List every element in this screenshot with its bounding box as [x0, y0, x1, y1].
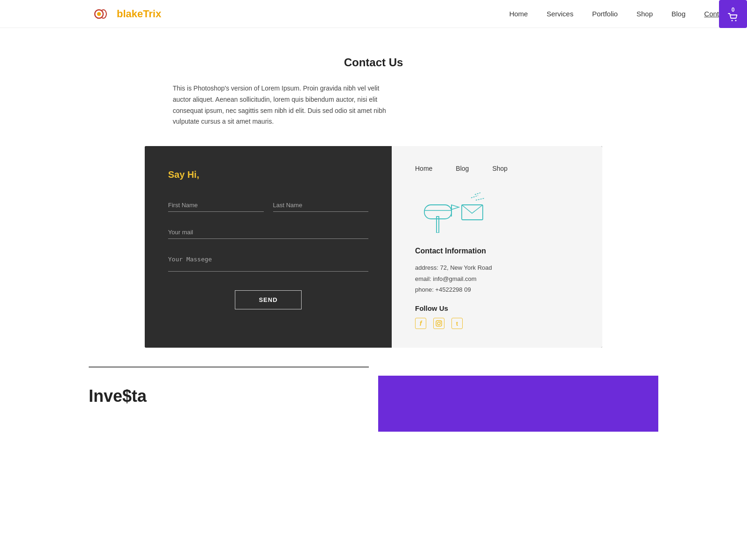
nav-services[interactable]: Services [547, 10, 574, 18]
info-nav-shop[interactable]: Shop [492, 165, 507, 172]
logo-area: blakeTrix [93, 5, 161, 23]
main-content: Contact Us This is Photoshop's version o… [163, 28, 584, 146]
main-nav: Home Services Portfolio Shop Blog Contac… [509, 10, 728, 18]
mailbox-svg [415, 191, 490, 233]
message-group [168, 253, 368, 272]
last-name-input[interactable] [273, 199, 369, 212]
header: blakeTrix Home Services Portfolio Shop B… [0, 0, 747, 28]
nav-blog[interactable]: Blog [671, 10, 685, 18]
info-nav-blog[interactable]: Blog [456, 165, 469, 172]
svg-point-14 [437, 322, 440, 325]
svg-line-11 [476, 198, 484, 200]
follow-us-title: Follow Us [415, 304, 579, 312]
svg-line-10 [471, 196, 478, 198]
bottom-left: Inve$ta [89, 366, 369, 432]
last-name-group [273, 199, 369, 212]
bottom-right [378, 376, 658, 432]
email-group [168, 226, 368, 239]
cart-count: 0 [732, 7, 735, 13]
intro-text: This is Photoshop's version of Lorem Ips… [173, 83, 388, 127]
twitter-icon[interactable]: t [451, 318, 463, 329]
nav-home[interactable]: Home [509, 10, 528, 18]
email-text: email: info@gmail.com [415, 273, 579, 284]
name-row [168, 199, 368, 212]
instagram-icon[interactable] [433, 318, 444, 329]
first-name-input[interactable] [168, 199, 264, 212]
contact-info: address: 72, New York Road email: info@g… [415, 262, 579, 295]
mail-illustration [415, 191, 579, 233]
svg-point-3 [735, 20, 737, 21]
cart-icon [728, 13, 738, 21]
social-icons: f t [415, 318, 579, 329]
svg-point-15 [440, 322, 441, 322]
svg-marker-8 [451, 205, 459, 210]
first-name-group [168, 199, 264, 212]
facebook-icon[interactable]: f [415, 318, 426, 329]
svg-point-2 [732, 20, 733, 21]
say-hi-label: Say Hi, [168, 169, 368, 180]
phone-text: phone: +4522298 09 [415, 284, 579, 295]
svg-line-12 [475, 193, 480, 195]
message-textarea[interactable] [168, 253, 368, 272]
contact-section: Say Hi, SEND Home Blog Shop [145, 146, 602, 348]
svg-point-1 [97, 12, 101, 16]
svg-rect-13 [436, 321, 442, 326]
contact-info-title: Contact Information [415, 247, 579, 255]
form-panel: Say Hi, SEND [145, 146, 392, 348]
email-input[interactable] [168, 226, 368, 239]
info-nav-home[interactable]: Home [415, 165, 432, 172]
bottom-section: Inve$ta [79, 366, 668, 432]
nav-portfolio[interactable]: Portfolio [592, 10, 618, 18]
nav-shop[interactable]: Shop [636, 10, 653, 18]
address-text: address: 72, New York Road [415, 262, 579, 273]
invest-title: Inve$ta [89, 377, 369, 406]
cart-button[interactable]: 0 [719, 0, 747, 28]
info-panel: Home Blog Shop [392, 146, 602, 348]
send-button[interactable]: SEND [235, 290, 301, 309]
page-title: Contact Us [173, 56, 574, 69]
logo-text: blakeTrix [117, 8, 161, 20]
logo-icon [93, 5, 112, 23]
info-nav: Home Blog Shop [415, 165, 579, 172]
